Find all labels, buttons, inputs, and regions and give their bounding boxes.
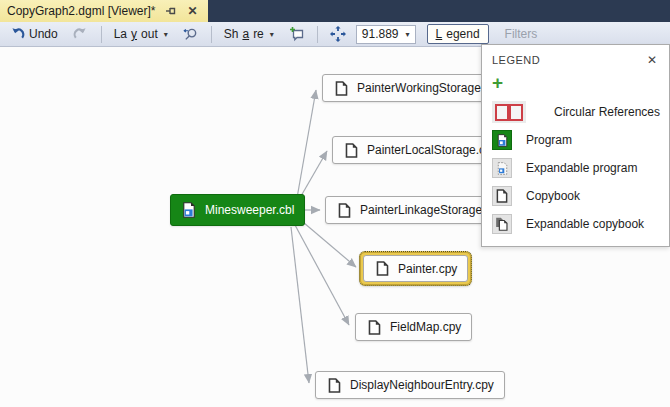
chevron-down-icon: ▾ xyxy=(406,30,410,39)
copybook-icon xyxy=(366,319,382,335)
document-tab[interactable]: CopyGraph2.dgml [Viewer]* ✕ xyxy=(0,0,208,22)
close-legend-icon[interactable]: ✕ xyxy=(645,53,659,67)
zoom-to-fit-icon xyxy=(330,26,346,42)
document-tab-strip: CopyGraph2.dgml [Viewer]* ✕ xyxy=(0,0,670,22)
legend-item-label: Expandable copybook xyxy=(526,217,644,231)
legend-toggle-button[interactable]: Legend xyxy=(427,24,489,44)
expandable-program-icon xyxy=(492,158,512,178)
add-legend-item-button[interactable]: + xyxy=(482,69,513,94)
legend-title: LEGEND xyxy=(492,54,540,66)
copybook-icon xyxy=(374,261,390,277)
comment-plus-icon xyxy=(289,26,305,42)
legend-header: LEGEND ✕ xyxy=(482,45,669,69)
share-label-rest: re xyxy=(253,27,264,41)
legend-item-label: Circular References xyxy=(554,105,660,119)
relayout-button[interactable] xyxy=(178,23,204,45)
circular-references-icon xyxy=(492,101,526,123)
close-tab-icon[interactable]: ✕ xyxy=(186,4,200,18)
legend-row-circular-references[interactable]: Circular References xyxy=(492,98,659,126)
layout-label-rest: out xyxy=(141,27,158,41)
node-label: FieldMap.cpy xyxy=(390,320,461,334)
legend-row-expandable-program[interactable]: Expandable program xyxy=(492,154,659,182)
redo-icon xyxy=(73,26,89,42)
expandable-copybook-icon xyxy=(492,214,512,234)
chevron-down-icon: ▾ xyxy=(270,30,274,39)
undo-icon xyxy=(9,26,25,42)
filters-button[interactable]: Filters xyxy=(500,24,543,44)
undo-button[interactable]: Undo xyxy=(4,23,63,45)
legend-row-program[interactable]: Program xyxy=(492,126,659,154)
legend-label-rest: egend xyxy=(446,27,479,41)
graph-node-display-neighbour-entry[interactable]: DisplayNeighbourEntry.cpy xyxy=(315,371,505,399)
share-accesskey: a xyxy=(242,27,249,41)
copybook-icon xyxy=(333,80,349,96)
legend-item-list: Circular References Program Expandable p… xyxy=(482,94,669,238)
program-icon xyxy=(181,202,197,218)
toolbar-separator xyxy=(101,26,102,43)
layout-accesskey: y xyxy=(131,27,137,41)
legend-item-label: Copybook xyxy=(526,189,580,203)
share-label: Sh xyxy=(224,27,239,41)
legend-row-copybook[interactable]: Copybook xyxy=(492,182,659,210)
node-label: PainterLocalStorage.cpy xyxy=(367,143,498,157)
chevron-down-icon: ▾ xyxy=(164,30,168,39)
node-label: DisplayNeighbourEntry.cpy xyxy=(350,378,494,392)
dgml-viewer-window: CopyGraph2.dgml [Viewer]* ✕ Undo Layout … xyxy=(0,0,670,407)
redo-button[interactable] xyxy=(68,23,94,45)
filters-label: Filters xyxy=(505,27,538,41)
copybook-icon xyxy=(492,186,512,206)
edge-minesweeper-workingstorage xyxy=(297,90,316,198)
graph-node-minesweeper[interactable]: Minesweeper.cbl xyxy=(170,194,305,226)
edge-minesweeper-fieldmap xyxy=(295,225,349,325)
node-label: Minesweeper.cbl xyxy=(205,203,294,217)
program-icon xyxy=(492,130,512,150)
selection-highlight: Painter.cpy xyxy=(359,251,472,286)
copybook-icon xyxy=(343,142,359,158)
legend-accesskey: L xyxy=(436,27,443,41)
zoom-level-value: 91.889 xyxy=(362,27,399,41)
legend-item-label: Program xyxy=(526,133,572,147)
new-comment-button[interactable] xyxy=(284,23,310,45)
node-label: Painter.cpy xyxy=(398,262,457,276)
graph-node-painter[interactable]: Painter.cpy xyxy=(363,255,468,282)
edge-minesweeper-displayneighbour xyxy=(291,227,309,383)
zoom-level-combobox[interactable]: 91.889 ▾ xyxy=(356,25,416,44)
legend-item-label: Expandable program xyxy=(526,161,637,175)
document-tab-title: CopyGraph2.dgml [Viewer]* xyxy=(7,4,156,18)
relayout-magnifier-icon xyxy=(183,26,199,42)
edge-minesweeper-painter xyxy=(297,217,356,267)
zoom-to-fit-button[interactable] xyxy=(325,23,351,45)
toolbar-separator xyxy=(211,26,212,43)
copybook-icon xyxy=(326,377,342,393)
legend-panel: LEGEND ✕ + Circular References Program xyxy=(481,44,670,247)
copybook-icon xyxy=(336,202,352,218)
undo-label: Undo xyxy=(29,27,58,41)
toolbar-separator xyxy=(317,26,318,43)
legend-row-expandable-copybook[interactable]: Expandable copybook xyxy=(492,210,659,238)
share-dropdown-button[interactable]: Share ▾ xyxy=(219,24,279,44)
graph-node-fieldmap[interactable]: FieldMap.cpy xyxy=(355,313,472,341)
layout-label: La xyxy=(114,27,127,41)
pin-icon[interactable] xyxy=(164,4,178,18)
layout-dropdown-button[interactable]: Layout ▾ xyxy=(109,24,173,44)
